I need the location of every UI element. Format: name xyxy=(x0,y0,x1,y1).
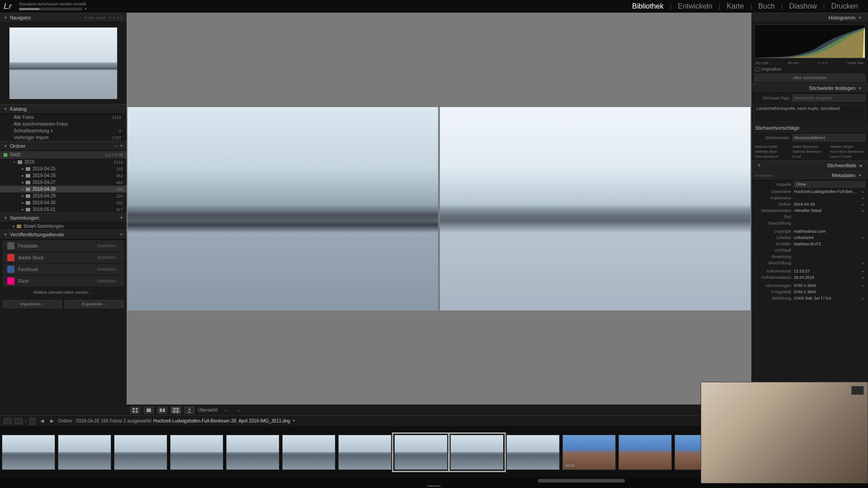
reset-all-button[interactable]: Alles zurücksetzen xyxy=(754,74,865,82)
metadata-value[interactable]: 1/400 Sek. bei f / 5,0 xyxy=(794,296,858,300)
filmstrip-thumbnail[interactable] xyxy=(338,435,392,470)
grid-view-button[interactable] xyxy=(130,407,140,414)
keyword-suggestion[interactable]: Sabrina Benkeser xyxy=(793,150,826,154)
filmstrip-thumbnail[interactable] xyxy=(282,435,335,470)
metadata-action-icon[interactable]: ▸ xyxy=(861,209,865,213)
folder-item[interactable]: ▶2018-04-25322 xyxy=(0,165,127,172)
navigator-preview[interactable] xyxy=(0,23,127,104)
keyword-set-dropdown[interactable]: Benutzerdefiniert xyxy=(792,134,865,141)
folder-item[interactable]: ▶2018-04-30322 xyxy=(0,199,127,206)
metadata-value[interactable]: Unbekannt xyxy=(794,235,858,240)
filmstrip-thumbnail[interactable]: 00:19 xyxy=(562,435,616,470)
compare-image-right[interactable] xyxy=(440,107,750,310)
rating-stars[interactable]: · · · · · xyxy=(794,254,816,259)
chevron-down-icon[interactable]: ▼ xyxy=(292,419,296,423)
catalog-item[interactable]: Vorheriger Import1797 xyxy=(0,134,127,141)
keyword-suggestion[interactable]: Melissa Kiefer xyxy=(755,145,789,149)
folder-item[interactable]: ▶2018-04-27462 xyxy=(0,179,127,186)
metadata-action-icon[interactable]: ▸ xyxy=(861,296,865,300)
setup-link[interactable]: Einrichten… xyxy=(97,255,119,260)
publish-service[interactable]: Adobe StockEinrichten… xyxy=(3,252,124,263)
metadata-value[interactable]: 2018-04-28 xyxy=(794,202,858,206)
filmstrip-prev-icon[interactable]: ◀ xyxy=(38,418,46,424)
metadata-value[interactable]: 5760 x 3840 xyxy=(794,283,858,288)
folder-item[interactable]: ▶2018-04-29224 xyxy=(0,192,127,199)
metadata-preset-dropdown[interactable]: Ohne xyxy=(794,181,865,188)
survey-view[interactable] xyxy=(127,13,751,404)
plus-icon[interactable]: + xyxy=(758,162,761,169)
keyword-tags-field[interactable]: Landschaftsfotografie, Mark Kupla, Schot… xyxy=(754,104,865,122)
metadata-action-icon[interactable]: ▸ xyxy=(861,261,865,265)
keywords-header[interactable]: Stichwörter festlegen ▼ xyxy=(751,83,868,93)
publish-service[interactable]: FlickrEinrichten… xyxy=(3,276,124,286)
folder-item[interactable]: ▶2018-04-28169 xyxy=(0,186,127,192)
metadata-value[interactable]: 5760 x 3840 xyxy=(794,290,858,294)
filmstrip-thumbnail[interactable] xyxy=(114,435,167,470)
keyword-suggestion[interactable]: Natalie Geiger xyxy=(830,145,864,149)
second-monitor-2-button[interactable] xyxy=(14,418,23,424)
filmstrip-next-icon[interactable]: ▶ xyxy=(48,418,56,424)
filmstrip-thumbnail[interactable] xyxy=(450,435,504,470)
metadata-value[interactable]: 12:33:27 xyxy=(794,269,858,273)
histogram-header[interactable]: Histogramm ▼ xyxy=(751,13,868,23)
progress-cancel-icon[interactable]: ✕ xyxy=(84,7,87,11)
module-entwickeln[interactable]: Entwickeln xyxy=(671,2,718,10)
catalog-item[interactable]: Schnellsammlung +0 xyxy=(0,127,127,134)
prev-arrow-icon[interactable]: ← xyxy=(222,408,231,413)
navigator-header[interactable]: ▼ Navigator Einp. Ausf. 1:1 3:1 xyxy=(0,13,127,23)
filmstrip-thumbnail[interactable] xyxy=(226,435,279,470)
survey-view-button[interactable] xyxy=(171,407,181,414)
keyword-tags-dropdown[interactable]: Stichwörter eingeben xyxy=(792,94,865,102)
scrollbar-thumb[interactable] xyxy=(538,479,625,483)
metadata-value[interactable]: 28.04.2018 xyxy=(794,275,858,280)
smart-collections[interactable]: ▶ Smart-Sammlungen xyxy=(0,223,127,230)
plus-icon[interactable]: + xyxy=(120,215,123,221)
metadata-action-icon[interactable]: ▸ xyxy=(861,269,865,273)
grid-mini-button[interactable] xyxy=(29,418,36,425)
keyword-list-header[interactable]: + Stichwortliste ◀ xyxy=(751,160,868,170)
publish-header[interactable]: ▼ Veröffentlichungsdienste + xyxy=(0,230,127,239)
module-buch[interactable]: Buch xyxy=(752,2,781,10)
metadata-value[interactable]: Hochzeit-Ludwigshafen-Full-Benkeser-28. … xyxy=(794,189,858,194)
module-diashow[interactable]: Diashow xyxy=(783,2,823,10)
folders-header[interactable]: ▼ Ordner − + xyxy=(0,141,127,151)
find-more-services[interactable]: Weitere Dienste online suchen … xyxy=(0,287,127,297)
keyword-suggestion[interactable]: Ernst xyxy=(793,155,826,159)
minus-icon[interactable]: − xyxy=(114,143,117,149)
loupe-view-button[interactable] xyxy=(144,407,154,414)
histogram-display[interactable] xyxy=(754,24,865,58)
next-arrow-icon[interactable]: → xyxy=(234,408,243,413)
keyword-suggestion[interactable]: Gina Benkeser xyxy=(755,155,789,159)
export-button[interactable]: Exportieren… xyxy=(65,300,124,308)
filmstrip-thumbnail[interactable] xyxy=(170,435,223,470)
metadata-value[interactable]: matthiasbutz.com xyxy=(794,229,858,234)
metadata-action-icon[interactable]: ▸ xyxy=(861,202,865,206)
volume-row[interactable]: RAID 3,4 / 4 TB xyxy=(0,151,127,159)
people-view-button[interactable] xyxy=(184,407,194,414)
module-drucken[interactable]: Drucken xyxy=(825,2,864,10)
folder-item[interactable]: ▶2018-05-01317 xyxy=(0,206,127,213)
publish-service[interactable]: FestplatteEinrichten… xyxy=(3,240,124,251)
metadata-header[interactable]: Standard Metadaten ▼ xyxy=(751,170,868,180)
filmstrip-folder[interactable]: Ordner : 2018-04-28 xyxy=(58,418,99,423)
metadata-action-icon[interactable]: ▸ xyxy=(861,284,865,288)
module-karte[interactable]: Karte xyxy=(720,2,750,10)
keyword-suggestion[interactable]: Adam Benkeser xyxy=(793,145,826,149)
metadata-action-icon[interactable]: ▸ xyxy=(861,190,865,194)
setup-link[interactable]: Einrichten… xyxy=(97,267,119,272)
metadata-action-icon[interactable]: ▸ xyxy=(861,196,865,200)
compare-image-left[interactable] xyxy=(127,107,438,310)
plus-icon[interactable]: + xyxy=(120,231,123,238)
compare-view-button[interactable] xyxy=(157,407,167,414)
metadata-value[interactable]: Matthias BUTZ xyxy=(794,242,858,246)
original-photo-toggle[interactable]: Originalfoto xyxy=(751,66,868,72)
metadata-action-icon[interactable]: ▸ xyxy=(861,236,865,240)
catalog-header[interactable]: ▼ Katalog xyxy=(0,104,127,114)
filmstrip-thumbnail[interactable] xyxy=(394,435,448,470)
folder-item[interactable]: ▶2018-04-26363 xyxy=(0,172,127,179)
keyword-suggestion[interactable]: Laura Polster xyxy=(830,155,864,159)
filmstrip-thumbnail[interactable] xyxy=(2,435,55,470)
publish-service[interactable]: FacebookEinrichten… xyxy=(3,264,124,275)
filmstrip-thumbnail[interactable] xyxy=(506,435,560,470)
plus-icon[interactable]: + xyxy=(120,143,123,149)
